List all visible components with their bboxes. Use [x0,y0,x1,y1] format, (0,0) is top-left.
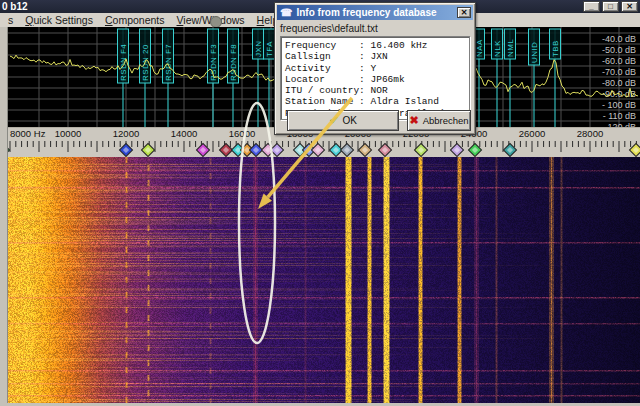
info-line: Frequency : 16.400 kHz [285,40,469,51]
db-scale-label: - 100 dB [602,100,636,110]
station-marker-nlk[interactable]: NLK [492,29,503,59]
db-scale-label: -60.0 dB [602,56,636,66]
freq-tick-label: 28000 [577,128,603,139]
cross-icon: ✖ [409,114,418,127]
svg-text:RSDN F7: RSDN F7 [164,44,173,81]
info-line: Station Name : Aldra Island [285,96,469,107]
menu-item-quick-settings[interactable]: Quick Settings [19,14,99,26]
freq-tick-label: 8000 Hz [10,128,46,139]
check-icon: ✔ [329,114,338,127]
station-marker-tbb[interactable]: TBB [550,29,561,59]
db-scale-label: -50.0 dB [602,45,636,55]
ok-label: OK [342,115,356,126]
cancel-button[interactable]: ✖ Abbrechen [407,110,471,131]
db-scale-label: -40.0 dB [602,34,636,44]
dialog-title: Info from frequency database [296,5,436,20]
station-marker-nml[interactable]: NML [505,29,516,59]
dialog-titlebar[interactable]: ☎ Info from frequency database ✕ [277,5,473,20]
spectrum-lab-window: 0 b12 _ □ ✕ s Quick SettingsComponentsVi… [0,0,640,406]
svg-text:TBB: TBB [551,40,560,57]
info-line: Locator : JP66mk [285,74,469,85]
svg-text:NLK: NLK [493,40,502,57]
svg-text:NML: NML [506,39,515,57]
dialog-buttons: ✔ OK ✖ Abbrechen [275,110,475,131]
station-marker-unid[interactable]: UNID [529,29,540,65]
station-marker-rsdn-f4[interactable]: RSDN F4 [118,29,129,83]
ok-button[interactable]: ✔ OK [287,110,399,131]
menu-item-components[interactable]: Components [99,14,171,26]
dialog-phone-icon: ☎ [280,5,292,20]
station-info-panel: Frequency : 16.400 kHzCallsign : JXNActi… [280,36,470,120]
database-file-label: frequencies\default.txt [275,22,475,36]
info-line: Activity : Y [285,63,469,74]
db-scale-label: - 110 dB [603,111,636,121]
waterfall-display[interactable] [8,157,640,403]
close-button[interactable]: ✕ [621,1,638,12]
left-frame-strip [0,27,8,406]
window-controls: _ □ ✕ [583,1,638,12]
svg-text:JXN: JXN [254,41,263,57]
station-marker-jxn[interactable]: JXN [253,29,264,59]
db-scale-label: -70.0 dB [602,67,636,77]
menu-items: s Quick SettingsComponentsView/WindowsHe… [2,13,284,27]
cancel-label: Abbrechen [423,115,469,126]
station-marker-tfa[interactable]: TFA [264,29,275,59]
dialog-close-icon[interactable]: ✕ [457,7,471,18]
svg-text:TFA: TFA [265,41,274,57]
station-marker-rsdn-20[interactable]: RSDN 20 [140,29,151,83]
db-scale-label: -80.0 dB [602,78,636,88]
freq-tick-label: 10000 [55,128,81,139]
station-marker-rsdn-f8[interactable]: RSDN F8 [228,29,239,83]
freq-tick-label: 12000 [113,128,139,139]
freq-tick-label: 14000 [171,128,197,139]
window-title: 0 b12 [2,0,28,13]
freq-tick-label: 16000 [229,128,255,139]
freq-tick-label: 26000 [519,128,545,139]
minimize-button[interactable]: _ [583,1,600,12]
svg-text:NAA: NAA [475,39,484,57]
info-line: Callsign : JXN [285,51,469,62]
info-line: ITU / country: NOR [285,85,469,96]
restore-button[interactable]: □ [602,1,619,12]
menu-item-clipped[interactable]: s [2,14,19,26]
svg-text:UNID: UNID [530,42,539,63]
station-marker-rsdn-f7[interactable]: RSDN F7 [163,29,174,83]
info-dialog: ☎ Info from frequency database ✕ frequen… [274,2,476,135]
